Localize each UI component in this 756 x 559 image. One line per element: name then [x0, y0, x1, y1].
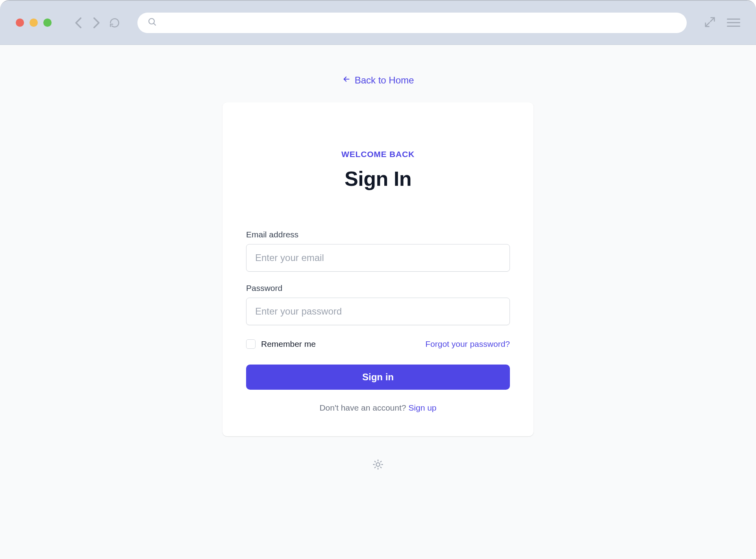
password-label: Password	[246, 283, 510, 293]
arrow-left-icon	[342, 75, 351, 86]
browser-back-button[interactable]	[73, 17, 84, 28]
options-row: Remember me Forgot your password?	[246, 339, 510, 349]
menu-icon[interactable]	[727, 19, 740, 27]
card-header: WELCOME BACK Sign In	[246, 150, 510, 191]
browser-nav	[73, 17, 120, 28]
theme-toggle-button[interactable]	[372, 459, 384, 472]
signup-link[interactable]: Sign up	[408, 403, 436, 412]
email-label: Email address	[246, 230, 510, 239]
forgot-password-link[interactable]: Forgot your password?	[425, 339, 510, 349]
expand-icon[interactable]	[704, 16, 716, 30]
signup-prompt: Don't have an account? Sign up	[246, 403, 510, 413]
password-field[interactable]	[246, 298, 510, 325]
svg-point-1	[376, 463, 380, 466]
sun-icon	[372, 459, 384, 472]
browser-chrome	[0, 1, 756, 45]
search-icon	[148, 17, 157, 28]
address-bar[interactable]	[137, 13, 687, 33]
browser-reload-button[interactable]	[109, 17, 120, 28]
signin-card: WELCOME BACK Sign In Email address Passw…	[222, 102, 534, 436]
eyebrow-text: WELCOME BACK	[246, 150, 510, 159]
browser-window: Back to Home WELCOME BACK Sign In Email …	[0, 0, 756, 559]
remember-me-option[interactable]: Remember me	[246, 339, 316, 349]
remember-me-label: Remember me	[261, 339, 316, 349]
browser-forward-button[interactable]	[91, 17, 102, 28]
browser-right-controls	[704, 16, 740, 30]
page-title: Sign In	[246, 167, 510, 191]
email-field[interactable]	[246, 244, 510, 272]
maximize-window-icon[interactable]	[43, 19, 52, 27]
remember-me-checkbox[interactable]	[246, 339, 256, 349]
signin-button[interactable]: Sign in	[246, 365, 510, 390]
minimize-window-icon[interactable]	[30, 19, 38, 27]
back-to-home-link[interactable]: Back to Home	[342, 75, 414, 86]
password-group: Password	[246, 283, 510, 325]
back-to-home-label: Back to Home	[355, 75, 414, 86]
page-viewport: Back to Home WELCOME BACK Sign In Email …	[0, 45, 756, 559]
signup-prompt-text: Don't have an account?	[319, 403, 408, 412]
email-group: Email address	[246, 230, 510, 272]
window-controls	[16, 19, 52, 27]
close-window-icon[interactable]	[16, 19, 24, 27]
